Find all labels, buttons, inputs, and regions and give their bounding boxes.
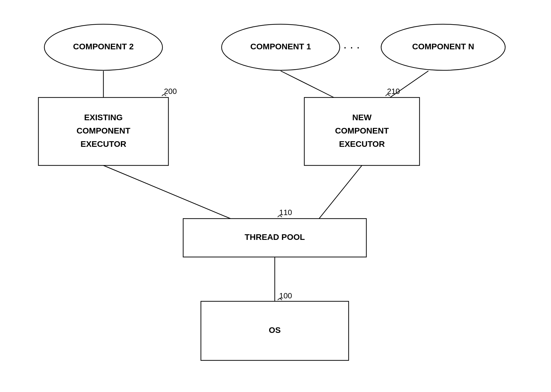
svg-line-4 — [319, 165, 362, 219]
new-executor-label-line1: NEW — [352, 113, 372, 122]
ref-210-label: 210 — [387, 87, 400, 96]
svg-line-3 — [103, 165, 230, 219]
svg-line-1 — [281, 71, 334, 97]
dots-separator: · · · — [343, 40, 360, 53]
ref-110-label: 110 — [279, 208, 292, 217]
architecture-diagram: COMPONENT 2 COMPONENT 1 · · · COMPONENT … — [0, 0, 551, 392]
ref-100-label: 100 — [279, 291, 292, 300]
component2-label: COMPONENT 2 — [73, 42, 134, 51]
diagram-container: COMPONENT 2 COMPONENT 1 · · · COMPONENT … — [0, 0, 551, 392]
ref-200-label: 200 — [164, 87, 177, 96]
existing-executor-label-line2: COMPONENT — [77, 126, 130, 135]
os-label: OS — [269, 326, 281, 335]
new-executor-label-line2: COMPONENT — [335, 126, 389, 135]
new-executor-label-line3: EXECUTOR — [339, 139, 385, 149]
componentN-label: COMPONENT N — [412, 42, 474, 51]
existing-executor-label-line3: EXECUTOR — [80, 139, 126, 149]
component1-label: COMPONENT 1 — [250, 42, 311, 51]
existing-executor-label-line1: EXISTING — [84, 113, 123, 122]
thread-pool-label: THREAD POOL — [245, 232, 305, 242]
